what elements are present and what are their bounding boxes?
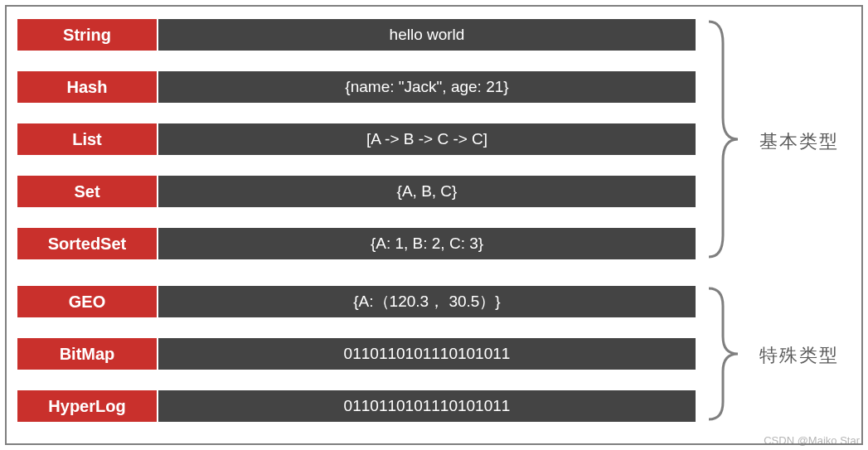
table-row: Set {A, B, C} [17,175,696,208]
type-value: {A: 1, B: 2, C: 3} [158,227,696,260]
table-row: Hash {name: "Jack", age: 21} [17,70,696,104]
type-value: hello world [158,18,696,51]
table-row: HyperLog 0110110101110101011 [17,390,696,423]
type-value: {A, B, C} [158,175,696,208]
group-label-special: 特殊类型 [759,343,839,368]
type-label: GEO [17,285,158,318]
type-value: 0110110101110101011 [158,390,696,423]
type-label: SortedSet [17,227,158,260]
brace-special-icon [705,285,746,423]
rows-container: String hello world Hash {name: "Jack", a… [17,18,696,423]
type-label: List [17,123,158,156]
group-label-basic: 基本类型 [759,129,839,154]
table-row: List [A -> B -> C -> C] [17,123,696,156]
table-row: GEO {A:（120.3， 30.5）} [17,285,696,318]
type-label: String [17,18,158,51]
table-row: BitMap 0110110101110101011 [17,337,696,370]
type-value: {A:（120.3， 30.5）} [158,285,696,318]
type-label: Set [17,175,158,208]
watermark-text: CSDN @Maiko Star [764,434,860,447]
table-row: String hello world [17,18,696,51]
type-label: HyperLog [17,390,158,423]
table-row: SortedSet {A: 1, B: 2, C: 3} [17,227,696,260]
type-value: 0110110101110101011 [158,337,696,370]
type-value: [A -> B -> C -> C] [158,123,696,156]
type-label: Hash [17,70,158,104]
diagram-frame: String hello world Hash {name: "Jack", a… [5,5,863,445]
type-label: BitMap [17,337,158,370]
brace-basic-icon [705,18,746,260]
type-value: {name: "Jack", age: 21} [158,70,696,104]
